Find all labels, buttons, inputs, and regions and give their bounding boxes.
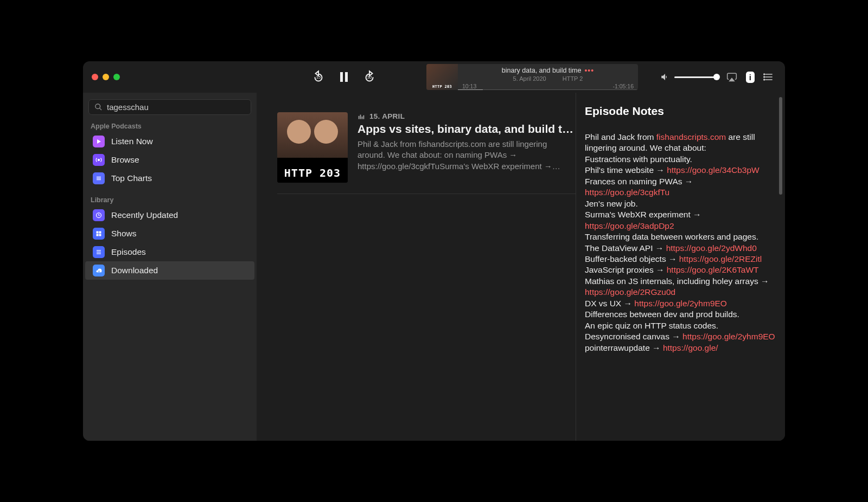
svg-line-11 (99, 108, 101, 110)
notes-line: Fustractions with punctuality. (585, 154, 777, 165)
notes-link[interactable]: https://goo.gle/3cgkfTu (585, 188, 669, 197)
sidebar-item-shows[interactable]: Shows (85, 224, 254, 243)
svg-text:30: 30 (367, 75, 372, 80)
sidebar-item-label: Episodes (111, 247, 146, 257)
notes-line: DX vs UX → https://goo.gle/2yhm9EO (585, 298, 777, 309)
sidebar-item-recently-updated[interactable]: Recently Updated (85, 206, 254, 224)
sidebar: tagesschau Apple Podcasts Listen Now Bro… (83, 93, 257, 441)
notes-line: Differences between dev and prod builds. (585, 309, 777, 320)
svg-rect-18 (99, 231, 101, 234)
elapsed-time: 10:13 (462, 83, 476, 89)
sidebar-item-label: Downloaded (111, 266, 158, 275)
search-value: tagesschau (107, 102, 149, 112)
sidebar-item-listen-now[interactable]: Listen Now (85, 132, 254, 151)
notes-line: Surma's WebXR experiment → https://goo.g… (585, 209, 777, 231)
svg-rect-1 (340, 72, 343, 82)
notes-link[interactable]: https://goo.gle/2REZitl (679, 254, 762, 263)
svg-rect-26 (362, 117, 363, 119)
sidebar-item-label: Recently Updated (111, 210, 178, 220)
notes-link[interactable]: https://goo.gle/2K6TaWT (667, 265, 759, 274)
toolbar-right: i (660, 72, 785, 83)
content-area: tagesschau Apple Podcasts Listen Now Bro… (83, 93, 785, 441)
episode-artwork: HTTP 203 (277, 112, 348, 183)
now-playing[interactable]: binary data, and build time ••• 5. April… (426, 64, 638, 90)
grid-icon (93, 228, 105, 240)
episode-list: HTTP 203 15. APRIL Apps vs sites, binary… (257, 93, 576, 441)
notes-link[interactable]: fishandscripts.com (656, 132, 726, 141)
now-playing-date: 5. April 2020 (513, 75, 546, 82)
notes-link[interactable]: https://goo.gle/ (663, 343, 718, 352)
skip-back-15-icon[interactable]: 15 (311, 70, 326, 84)
notes-link[interactable]: https://goo.gle/2RGzu0d (585, 287, 675, 297)
volume-slider[interactable] (674, 76, 718, 78)
now-playing-show: HTTP 2 (563, 75, 583, 82)
app-window: 15 30 (83, 61, 785, 441)
notes-line: Transferring data between workers and pa… (585, 231, 777, 242)
list-icon (93, 246, 105, 258)
progress-bar[interactable] (458, 89, 638, 91)
search-icon (94, 103, 103, 111)
pause-button[interactable] (337, 70, 350, 83)
antenna-icon (93, 154, 105, 166)
volume-icon (660, 72, 670, 82)
notes-line: Buffer-backed objects → https://goo.gle/… (585, 254, 777, 265)
svg-point-12 (98, 159, 100, 161)
info-button[interactable]: i (746, 72, 755, 83)
notes-link[interactable]: https://goo.gle/2yhm9EO (682, 332, 775, 341)
episode-row[interactable]: HTTP 203 15. APRIL Apps vs sites, binary… (277, 112, 576, 194)
notes-line: Jen's new job. (585, 198, 777, 209)
scrollbar[interactable] (779, 97, 782, 195)
episode-artwork-label: HTTP 203 (277, 163, 348, 183)
window-minimize-button[interactable] (103, 74, 109, 80)
notes-link[interactable]: https://goo.gle/34Cb3pW (667, 165, 760, 175)
notes-link[interactable]: https://goo.gle/2yhm9EO (634, 299, 727, 308)
notes-link[interactable]: https://goo.gle/2ydWhd0 (666, 243, 757, 253)
sidebar-item-label: Shows (111, 229, 137, 239)
notes-line: Frances on naming PWAs → https://goo.gle… (585, 176, 777, 198)
now-playing-more-icon[interactable]: ••• (584, 66, 594, 75)
svg-rect-19 (97, 234, 99, 236)
svg-point-9 (764, 79, 765, 80)
notes-line: The DataView API → https://goo.gle/2ydWh… (585, 243, 777, 254)
main: HTTP 203 15. APRIL Apps vs sites, binary… (257, 93, 785, 441)
window-close-button[interactable] (92, 74, 98, 80)
sidebar-item-browse[interactable]: Browse (85, 151, 254, 169)
sidebar-item-label: Listen Now (111, 137, 153, 146)
notes-line: Mathias on JS internals, including holey… (585, 276, 777, 298)
notes-line: pointerrawupdate → https://goo.gle/ (585, 343, 777, 353)
svg-text:15: 15 (316, 75, 321, 80)
sidebar-item-downloaded[interactable]: Downloaded (85, 261, 254, 280)
section-header-apple-podcasts: Apple Podcasts (83, 119, 257, 132)
svg-rect-24 (359, 115, 360, 119)
notes-body: Phil and Jack from fishandscripts.com ar… (585, 132, 777, 353)
window-fullscreen-button[interactable] (113, 74, 120, 80)
search-input[interactable]: tagesschau (88, 99, 251, 115)
skip-forward-30-icon[interactable]: 30 (362, 70, 376, 84)
svg-rect-27 (363, 115, 365, 119)
remaining-time: -1:05:16 (612, 83, 634, 89)
charts-icon (93, 172, 105, 184)
svg-rect-2 (345, 72, 348, 82)
clock-icon (93, 209, 105, 221)
section-header-library: Library (83, 193, 257, 206)
notes-line: An epic quiz on HTTP status codes. (585, 320, 777, 331)
notes-line: JavaScript proxies → https://goo.gle/2K6… (585, 265, 777, 275)
episode-date: 15. APRIL (369, 112, 405, 120)
play-icon (93, 136, 105, 147)
episode-description: Phil & Jack from fishandscripts.com are … (358, 139, 576, 172)
notes-heading: Episode Notes (585, 105, 777, 118)
airplay-icon[interactable] (726, 72, 737, 82)
cloud-download-icon (93, 265, 105, 276)
episode-title: Apps vs sites, binary data, and build ti… (358, 123, 576, 136)
notes-link[interactable]: https://goo.gle/3adpDp2 (585, 221, 674, 230)
volume-control[interactable] (660, 72, 718, 82)
sidebar-item-top-charts[interactable]: Top Charts (85, 169, 254, 188)
svg-point-8 (764, 76, 765, 78)
toolbar: 15 30 (257, 64, 660, 90)
sidebar-item-episodes[interactable]: Episodes (85, 243, 254, 261)
queue-list-icon[interactable] (763, 72, 774, 82)
sidebar-item-label: Browse (111, 155, 139, 165)
notes-line: Desyncronised canvas → https://goo.gle/2… (585, 331, 777, 342)
svg-rect-20 (99, 234, 101, 236)
notes-line: Phil's time website → https://goo.gle/34… (585, 165, 777, 176)
